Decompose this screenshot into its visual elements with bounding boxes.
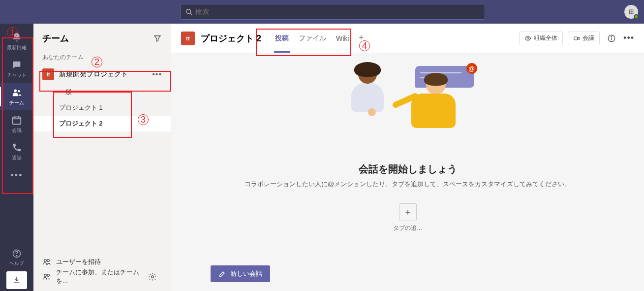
help-icon — [12, 249, 22, 259]
org-wide-label: 組織全体 — [534, 34, 557, 42]
rail-help[interactable]: ヘルプ — [0, 246, 33, 269]
user-avatar[interactable]: 田 — [624, 5, 638, 19]
rail-chat[interactable]: チャット — [0, 55, 33, 83]
svg-point-14 — [152, 276, 154, 278]
your-teams-label: あなたのチーム — [33, 53, 171, 65]
illustration-person-a — [345, 62, 390, 131]
svg-rect-16 — [574, 37, 578, 40]
search-icon — [185, 8, 192, 15]
main-content: tt プロジェクト 2 投稿 ファイル Wiki 組織全体 — [171, 24, 644, 291]
invite-label: ユーザーを招待 — [56, 258, 101, 266]
list-header: チーム — [33, 24, 171, 53]
ellipsis-icon: ••• — [11, 170, 23, 181]
team-row[interactable]: tt 新規開発プロジェクト ••• — [33, 65, 171, 84]
meet-label: 会議 — [583, 34, 594, 42]
rail-activity[interactable]: 最新情報 — [0, 28, 33, 55]
presence-indicator — [634, 14, 639, 19]
invite-icon — [42, 258, 51, 266]
channel-team-avatar: tt — [181, 32, 195, 45]
teams-list-panel: チーム あなたのチーム tt 新規開発プロジェクト ••• 一般 プロジェクト … — [33, 24, 171, 291]
teams-icon — [11, 87, 22, 98]
svg-point-0 — [186, 9, 191, 14]
tab-files[interactable]: ファイル — [294, 24, 331, 53]
rail-label: ヘルプ — [9, 260, 24, 267]
rail-more[interactable]: ••• — [0, 165, 33, 185]
search-input[interactable] — [195, 8, 480, 16]
filter-icon[interactable] — [153, 34, 162, 43]
plus-icon — [404, 208, 412, 216]
chat-icon — [11, 60, 22, 70]
empty-state-title: 会話を開始しましょう — [359, 162, 457, 176]
svg-point-2 — [14, 89, 17, 92]
plus-icon — [358, 34, 365, 41]
compose-icon — [218, 270, 226, 278]
rail-calendar[interactable]: 会議 — [0, 110, 33, 138]
avatar-initials: 田 — [629, 8, 634, 16]
download-icon — [12, 276, 21, 285]
gear-icon[interactable] — [148, 272, 157, 281]
bell-icon — [11, 32, 22, 43]
org-wide-button[interactable]: 組織全体 — [519, 32, 563, 45]
rail-label: 最新情報 — [7, 44, 27, 51]
invite-users[interactable]: ユーザーを招待 — [42, 255, 162, 269]
svg-point-11 — [47, 259, 50, 262]
channel-project-2[interactable]: プロジェクト 2 — [33, 116, 171, 131]
new-conversation-label: 新しい会話 — [230, 269, 262, 278]
svg-point-10 — [44, 259, 47, 262]
svg-rect-4 — [13, 117, 21, 124]
team-name: 新規開発プロジェクト — [59, 70, 152, 79]
rail-download[interactable] — [6, 271, 27, 289]
illustration-person-b — [399, 75, 458, 149]
svg-point-12 — [44, 274, 47, 277]
channel-title: プロジェクト 2 — [201, 32, 261, 44]
team-avatar: tt — [42, 68, 54, 80]
channel-header: tt プロジェクト 2 投稿 ファイル Wiki 組織全体 — [171, 24, 644, 53]
rail-label: チャット — [7, 72, 27, 79]
tab-posts[interactable]: 投稿 — [270, 24, 294, 53]
rail-label: チーム — [9, 99, 24, 106]
at-mention-icon: @ — [466, 63, 477, 74]
calendar-icon — [11, 115, 22, 126]
list-footer: ユーザーを招待 チームに参加、またはチームを... — [33, 250, 171, 291]
svg-point-3 — [18, 90, 20, 92]
rail-teams[interactable]: チーム — [0, 83, 33, 110]
svg-point-19 — [611, 36, 612, 37]
search-box[interactable] — [180, 4, 485, 20]
header-more-button[interactable]: ••• — [623, 33, 634, 43]
tab-add-button[interactable] — [354, 34, 368, 43]
phone-icon — [11, 142, 22, 153]
title-bar: 田 — [0, 0, 644, 24]
svg-point-9 — [16, 255, 17, 256]
info-button[interactable] — [605, 32, 618, 45]
add-tab-label: タブの追... — [393, 224, 422, 232]
join-create-icon — [42, 272, 51, 281]
join-create-team[interactable]: チームに参加、またはチームを... — [42, 269, 162, 284]
empty-illustration: @ — [341, 62, 474, 151]
posts-empty-state: @ 会話を開始しましょう コラボレーションしたい人に@メンションしたり、タブを追 — [171, 53, 644, 257]
header-actions: 組織全体 会議 ••• — [519, 32, 634, 45]
channel-general[interactable]: 一般 — [33, 84, 171, 100]
team-more-button[interactable]: ••• — [152, 70, 162, 79]
empty-state-subtitle: コラボレーションしたい人に@メンションしたり、タブを追加して、スペースをカスタマ… — [245, 180, 571, 189]
eye-icon — [524, 35, 531, 42]
tab-wiki[interactable]: Wiki — [331, 24, 354, 53]
rail-calls[interactable]: 通話 — [0, 138, 33, 165]
new-conversation-button[interactable]: 新しい会話 — [211, 265, 270, 282]
svg-line-1 — [190, 13, 192, 15]
rail-label: 会議 — [12, 127, 22, 134]
list-header-title: チーム — [42, 32, 69, 44]
channel-project-1[interactable]: プロジェクト 1 — [33, 100, 171, 116]
add-tab-button[interactable] — [399, 203, 417, 221]
info-icon — [607, 34, 616, 43]
app-rail: 最新情報 チャット チーム 会議 通話 ••• — [0, 24, 33, 291]
svg-point-13 — [47, 274, 50, 277]
rail-label: 通話 — [12, 155, 22, 162]
meet-button[interactable]: 会議 — [568, 32, 600, 45]
svg-point-15 — [527, 37, 529, 39]
compose-bar: 新しい会話 — [171, 257, 644, 291]
video-icon — [573, 35, 580, 42]
join-create-label: チームに参加、またはチームを... — [56, 268, 148, 286]
channel-tabs: 投稿 ファイル Wiki — [270, 24, 368, 53]
